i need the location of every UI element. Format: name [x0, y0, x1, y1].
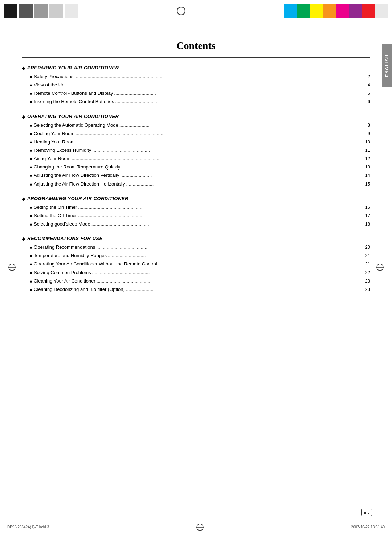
top-bar — [0, 0, 392, 22]
color-swatch-purple — [349, 4, 362, 18]
right-registration-mark — [376, 263, 384, 273]
toc-item: ■Operating Recommendations .............… — [22, 244, 370, 251]
section-recommendations-title: Recommendations For Use — [27, 236, 103, 241]
toc-item: ■Cleaning Your Air Conditioner .........… — [22, 277, 370, 285]
color-swatch-light-gray — [49, 4, 63, 18]
top-center-crosshair — [82, 0, 280, 22]
bottom-center-crosshair — [196, 523, 204, 531]
toc-item: ■Setting the On Timer ..................… — [22, 204, 370, 211]
right-color-blocks — [280, 0, 392, 22]
page-title: Contents — [22, 40, 370, 52]
toc-item: ■Airing Your Room ......................… — [22, 155, 370, 162]
page-number-badge: E-3 — [361, 509, 372, 516]
bottom-left-text: DB98-28642A(1)-E.indd 3 — [7, 525, 49, 529]
toc-item: ■Selecting good'sleep Mode .............… — [22, 220, 370, 228]
toc-item: ■Heating Your Room .....................… — [22, 138, 370, 146]
toc-item: ■Temperature and Humidity Ranges .......… — [22, 252, 370, 259]
color-swatch-pink — [336, 4, 349, 18]
diamond-icon: ◆ — [22, 65, 25, 71]
section-programming-title: Programming Your Air Conditioner — [27, 196, 128, 201]
color-swatch-black — [4, 4, 17, 18]
section-operating-heading: ◆ Operating Your Air Conditioner — [22, 114, 370, 119]
color-swatch-orange — [323, 4, 336, 18]
toc-item: ■Cleaning Deodorizing and Bio filter (Op… — [22, 286, 370, 293]
color-swatch-yellow — [310, 4, 323, 18]
section-recommendations-heading: ◆ Recommendations For Use — [22, 236, 370, 241]
left-registration-mark — [8, 263, 16, 273]
color-swatch-gray — [34, 4, 48, 18]
diamond-icon: ◆ — [22, 114, 25, 119]
toc-item: ■Remote Control - Buttons and Display ..… — [22, 90, 370, 97]
toc-item: ■Safety Precautions ....................… — [22, 73, 370, 80]
toc-item: ■View of the Unit ......................… — [22, 81, 370, 89]
toc-item: ■Adjusting the Air Flow Direction Vertic… — [22, 172, 370, 179]
main-content: Contents ◆ Preparing Your Air Conditione… — [22, 29, 370, 514]
toc-item: ■Removing Excess Humidity ..............… — [22, 147, 370, 154]
registration-crosshair — [177, 7, 185, 15]
color-swatch-lighter-gray — [65, 4, 78, 18]
toc-item: ■Operating Your Air Conditioner Without … — [22, 260, 370, 268]
color-swatch-green — [297, 4, 310, 18]
toc-item: ■Selecting the Automatic Operating Mode … — [22, 122, 370, 129]
bottom-right-text: 2007-10-27 13:31:40 — [351, 525, 385, 529]
language-label: ENGLISH — [385, 54, 389, 77]
left-color-blocks — [0, 0, 82, 22]
color-swatch-red — [362, 4, 375, 18]
toc-item: ■Solving Common Problems ...............… — [22, 269, 370, 276]
bottom-bar: DB98-28642A(1)-E.indd 3 2007-10-27 13:31… — [0, 518, 392, 536]
section-operating-title: Operating Your Air Conditioner — [27, 114, 119, 119]
language-tab: ENGLISH — [382, 44, 392, 87]
section-programming-heading: ◆ Programming Your Air Conditioner — [22, 196, 370, 202]
section-preparing-heading: ◆ Preparing Your Air Conditioner — [22, 65, 370, 71]
title-divider — [22, 57, 370, 58]
toc-item: ■Cooling Your Room .....................… — [22, 130, 370, 137]
diamond-icon: ◆ — [22, 196, 25, 202]
toc-item: ■Inserting the Remote Control Batteries … — [22, 98, 370, 105]
color-swatch-cyan — [284, 4, 297, 18]
color-swatch-dark-gray — [19, 4, 33, 18]
diamond-icon: ◆ — [22, 236, 25, 241]
section-preparing-title: Preparing Your Air Conditioner — [27, 65, 119, 70]
toc-item: ■Setting the Off Timer .................… — [22, 212, 370, 219]
toc-item: ■Changing the Room Temperature Quickly .… — [22, 163, 370, 171]
toc-item: ■Adjusting the Air Flow Direction Horizo… — [22, 180, 370, 188]
color-swatch-white — [375, 4, 388, 18]
